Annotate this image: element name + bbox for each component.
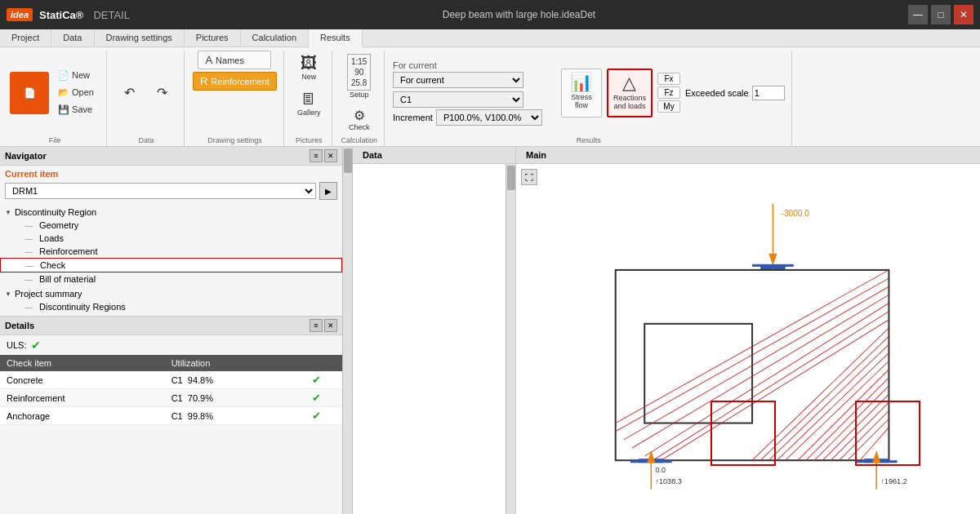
tree-group-header-discontinuity[interactable]: ▼ Discontinuity Region xyxy=(0,206,342,219)
reinforcement-label: Reinforcement xyxy=(211,77,270,86)
fx-button[interactable]: Fx xyxy=(657,73,680,85)
setup-label: Setup xyxy=(350,91,369,99)
col-header-status xyxy=(292,355,342,371)
names-button[interactable]: A Names xyxy=(198,51,271,69)
check-label: Check xyxy=(349,123,370,131)
tree-group-discontinuity: ▼ Discontinuity Region Geometry Loads Re… xyxy=(0,205,342,286)
results-group-label: Results xyxy=(577,135,601,144)
navigator-pin-button[interactable]: ≡ xyxy=(310,149,323,162)
ribbon-group-file: 📄 📄 New 📂 Open 💾 Save File xyxy=(3,51,107,146)
svg-marker-1 xyxy=(768,254,777,266)
setup-icon: 1:159025.8 xyxy=(347,54,371,91)
tab-calculation[interactable]: Calculation xyxy=(241,29,309,47)
uls-row: ULS: ✔ xyxy=(0,335,342,355)
open-button[interactable]: 📂 Open xyxy=(52,85,100,100)
tree-item-check[interactable]: Check xyxy=(0,258,342,273)
combo-select[interactable]: C1 xyxy=(393,91,523,108)
svg-line-12 xyxy=(662,320,889,460)
minimize-button[interactable]: — xyxy=(908,5,928,24)
new-picture-button[interactable]: 🖼 New xyxy=(294,51,323,84)
stress-flow-button[interactable]: 📊 Stressflow xyxy=(561,69,602,117)
reactions-icon: △ xyxy=(622,73,636,94)
tree-group-label-discontinuity: Discontinuity Region xyxy=(15,207,96,217)
left-scrollbar[interactable] xyxy=(343,147,353,514)
tree-group-project-summary: ▼ Project summary Discontinuity Regions xyxy=(0,286,342,314)
my-button[interactable]: My xyxy=(657,100,680,113)
svg-line-19 xyxy=(806,378,889,460)
check-button[interactable]: ⚙ Check xyxy=(344,104,375,135)
tab-data[interactable]: Data xyxy=(51,29,94,47)
main-layout: Navigator ≡ ✕ Current item DRM1 ▶ ▼ Dis xyxy=(0,147,980,514)
svg-line-16 xyxy=(777,352,889,460)
ribbon-content: 📄 📄 New 📂 Open 💾 Save File ↶ ↷ Dat xyxy=(0,47,980,146)
drawing-group-label: Drawing settings xyxy=(207,135,262,144)
ribbon-group-data: ↶ ↷ Data xyxy=(109,51,185,146)
tree-item-loads[interactable]: Loads xyxy=(0,232,342,245)
left-reaction-z: ↑1038.3 xyxy=(655,477,681,485)
app-name: StatiCa® xyxy=(39,9,83,21)
tab-drawing-settings[interactable]: Drawing settings xyxy=(95,29,185,47)
force-buttons-column: Fx Fz My xyxy=(657,73,680,113)
tree-item-discontinuity-regions[interactable]: Discontinuity Regions xyxy=(0,300,342,313)
main-tab[interactable]: Main xyxy=(516,147,980,164)
new-button[interactable]: 📄 New xyxy=(52,68,100,83)
status-anchorage: ✔ xyxy=(292,407,342,425)
pictures-group-label: Pictures xyxy=(296,135,323,144)
close-button[interactable]: ✕ xyxy=(954,5,973,24)
check-table-container: Check item Utilization Concrete C1 94.8%… xyxy=(0,355,342,514)
data-content xyxy=(353,164,515,514)
tab-results[interactable]: Results xyxy=(309,29,363,47)
tree-group-header-project-summary[interactable]: ▼ Project summary xyxy=(0,287,342,300)
undo-button[interactable]: ↶ xyxy=(115,82,145,104)
navigation-tree: ▼ Discontinuity Region Geometry Loads Re… xyxy=(0,203,342,316)
current-item-action-button[interactable]: ▶ xyxy=(319,182,337,200)
tree-item-bill-of-material[interactable]: Bill of material xyxy=(0,273,342,286)
data-tab[interactable]: Data xyxy=(353,147,515,164)
setup-button[interactable]: 1:159025.8 Setup xyxy=(342,51,376,102)
table-row: Anchorage C1 99.8% ✔ xyxy=(0,407,342,425)
details-pin-button[interactable]: ≡ xyxy=(310,319,323,332)
status-concrete: ✔ xyxy=(292,371,342,389)
check-results-table: Check item Utilization Concrete C1 94.8%… xyxy=(0,355,342,425)
app-logo: idea xyxy=(7,8,33,21)
file-button[interactable]: 📄 xyxy=(10,72,49,114)
redo-button[interactable]: ↷ xyxy=(148,82,177,104)
details-panel: Details ≡ ✕ ULS: ✔ Check item Utilizatio… xyxy=(0,317,342,514)
navigator-close-button[interactable]: ✕ xyxy=(324,149,337,162)
tab-project[interactable]: Project xyxy=(0,29,51,47)
data-scrollbar-thumb xyxy=(507,166,515,190)
exceeded-scale-area: Exceeded scale xyxy=(685,86,785,100)
canvas-area: ⛶ -3000.0 xyxy=(516,164,980,514)
tab-pictures[interactable]: Pictures xyxy=(185,29,241,47)
reactions-label: Reactionsand loads xyxy=(613,94,646,110)
maximize-button[interactable]: □ xyxy=(931,5,951,24)
combo-concrete: C1 94.8% xyxy=(165,371,292,389)
svg-line-21 xyxy=(822,394,889,460)
reinforcement-button[interactable]: R Reinforcement xyxy=(193,72,277,91)
tree-item-reinforcement[interactable]: Reinforcement xyxy=(0,245,342,258)
gallery-button[interactable]: 🗏 Gallery xyxy=(292,86,326,120)
file-sub-buttons: 📄 New 📂 Open 💾 Save xyxy=(52,68,100,117)
names-label: Names xyxy=(216,55,244,65)
file-group-content: 📄 📄 New 📂 Open 💾 Save xyxy=(10,51,100,135)
increment-label: Increment xyxy=(393,113,433,122)
save-button[interactable]: 💾 Save xyxy=(52,102,100,117)
fz-button[interactable]: Fz xyxy=(657,86,680,99)
expand-icon-discontinuity: ▼ xyxy=(5,209,11,216)
reactions-loads-button[interactable]: △ Reactionsand loads xyxy=(607,69,653,117)
data-group-content: ↶ ↷ xyxy=(115,51,177,135)
window-controls[interactable]: — □ ✕ xyxy=(908,5,973,24)
names-icon: A xyxy=(205,54,212,66)
tree-item-geometry[interactable]: Geometry xyxy=(0,219,342,232)
main-view: Main ⛶ -3000.0 xyxy=(516,147,980,514)
details-close-button[interactable]: ✕ xyxy=(324,319,337,332)
gallery-label: Gallery xyxy=(297,109,321,117)
current-item-select[interactable]: DRM1 xyxy=(5,183,316,199)
undo-icon: ↶ xyxy=(124,85,135,100)
navigator-header-buttons: ≡ ✕ xyxy=(310,149,337,162)
increment-select[interactable]: P100.0%, V100.0% xyxy=(436,109,542,126)
data-scrollbar[interactable] xyxy=(506,164,515,514)
exceeded-scale-input[interactable] xyxy=(752,86,785,100)
calculation-group-label: Calculation xyxy=(341,135,377,144)
for-current-select[interactable]: For current For all xyxy=(393,72,523,88)
